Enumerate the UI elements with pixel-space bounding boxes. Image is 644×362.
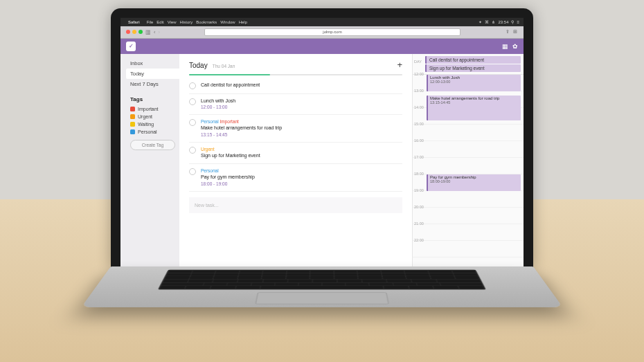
menu-item[interactable]: View: [168, 19, 177, 24]
sidebar-toggle-icon[interactable]: ▥: [145, 28, 151, 35]
calendar-hour-row: 22:00: [413, 240, 524, 257]
menu-icon[interactable]: ≡: [517, 19, 519, 24]
calendar-hour-row: 19:00: [413, 190, 524, 207]
task-time: 18:00 - 19:00: [201, 181, 402, 187]
tag-color-icon: [130, 106, 135, 111]
add-task-button[interactable]: +: [397, 59, 402, 69]
task-row[interactable]: Call dentist for appointment: [189, 78, 402, 93]
wifi-icon[interactable]: ⋔: [492, 19, 495, 24]
settings-icon[interactable]: ✿: [512, 42, 518, 49]
calendar-event[interactable]: Pay for gym membership 18:00-19:00: [427, 174, 521, 190]
laptop-keyboard: [158, 269, 486, 289]
sidebar-nav-inbox[interactable]: Inbox: [126, 57, 179, 68]
macos-menubar: Safari FileEditViewHistoryBookmarksWindo…: [120, 17, 524, 26]
task-row[interactable]: Personal Important Make hotel arrangemen…: [189, 115, 402, 143]
calendar-allday-event[interactable]: Sign up for Marketing event: [425, 64, 521, 71]
share-icon[interactable]: ⇪: [505, 29, 510, 35]
sidebar-tag-important[interactable]: Important: [126, 105, 179, 112]
task-tags: Urgent: [201, 146, 402, 152]
task-title: Make hotel arrangements for road trip: [201, 125, 402, 132]
status-icon[interactable]: ✦: [478, 19, 482, 24]
calendar-hour-row: 21:00: [413, 224, 524, 240]
hour-label: 21:00: [414, 221, 424, 225]
new-task-input[interactable]: New task...: [189, 197, 402, 213]
task-title: Pay for gym membership: [201, 174, 402, 181]
app-logo[interactable]: ✓: [126, 41, 136, 51]
tag-color-icon: [130, 121, 135, 126]
tag-color-icon: [130, 129, 135, 134]
laptop-trackpad: [256, 292, 389, 304]
browser-toolbar: ▥ ‹ › jolmp.com ⇪ ⊞: [120, 26, 524, 38]
tag-color-icon: [130, 114, 135, 118]
calendar-event-time: 18:00-19:00: [430, 179, 519, 183]
calendar-panel: DAY Call dentist for appointmentSign up …: [413, 53, 524, 266]
calendar-allday-event[interactable]: Call dentist for appointment: [425, 55, 521, 63]
menu-item[interactable]: Help: [239, 19, 247, 24]
page-date: Thu 04 Jan: [213, 63, 235, 68]
sidebar-tag-waiting[interactable]: Waiting: [126, 120, 179, 127]
menu-item[interactable]: Bookmarks: [196, 19, 217, 24]
create-tag-button[interactable]: Create Tag: [130, 139, 175, 150]
task-row[interactable]: Urgent Sign up for Marketing event: [189, 143, 402, 164]
task-checkbox[interactable]: [189, 98, 196, 105]
maximize-window-icon[interactable]: [138, 30, 143, 34]
search-icon[interactable]: ⚲: [511, 19, 514, 24]
task-time: 12:00 - 13:00: [201, 104, 402, 110]
url-bar[interactable]: jolmp.com: [204, 28, 460, 35]
tag-label: Urgent: [138, 114, 152, 118]
page-title: Today: [189, 61, 208, 69]
hour-label: 15:00: [414, 121, 424, 125]
task-checkbox[interactable]: [189, 82, 196, 89]
hour-label: 18:00: [414, 171, 424, 175]
task-title: Lunch with Josh: [201, 97, 402, 104]
sidebar-tag-urgent[interactable]: Urgent: [126, 112, 179, 120]
app-name[interactable]: Safari: [128, 19, 140, 24]
sidebar-nav-today[interactable]: Today: [126, 68, 179, 78]
hour-label: 12:00: [414, 71, 424, 75]
hour-label: 19:00: [414, 188, 424, 192]
tag-label: Waiting: [138, 121, 154, 126]
hour-label: 22:00: [414, 237, 424, 242]
task-checkbox[interactable]: [189, 119, 196, 126]
app-header: ✓ ▦ ✿: [120, 38, 524, 53]
tabs-icon[interactable]: ⊞: [512, 29, 518, 35]
minimize-window-icon[interactable]: [132, 30, 136, 34]
task-checkbox[interactable]: [189, 168, 196, 175]
back-icon[interactable]: ‹: [154, 28, 156, 35]
sidebar-nav-next-7-days[interactable]: Next 7 Days: [126, 78, 179, 89]
forward-icon[interactable]: ›: [159, 28, 161, 35]
task-title: Call dentist for appointment: [201, 81, 402, 88]
task-row[interactable]: Personal Pay for gym membership 18:00 - …: [189, 164, 402, 192]
clock[interactable]: 23:54: [498, 19, 508, 24]
hour-label: 13:00: [414, 88, 424, 92]
task-title: Sign up for Marketing event: [201, 152, 402, 159]
calendar-hour-row: 15:00: [413, 124, 524, 141]
menu-item[interactable]: History: [180, 19, 193, 24]
sidebar: InboxTodayNext 7 Days Tags Important Urg…: [120, 53, 179, 266]
hour-label: 14:00: [414, 105, 424, 109]
menu-item[interactable]: Edit: [156, 19, 163, 24]
hour-label: 16:00: [414, 138, 424, 142]
calendar-icon[interactable]: ▦: [502, 42, 508, 49]
close-window-icon[interactable]: [126, 30, 130, 34]
menu-item[interactable]: Window: [220, 19, 235, 24]
task-tags: Personal Important: [201, 118, 402, 125]
task-tags: Personal: [201, 168, 402, 174]
calendar-event[interactable]: Make hotel arrangements for road trip 13…: [427, 95, 521, 120]
tag-label: Important: [138, 106, 159, 111]
progress-bar: [189, 73, 402, 75]
task-checkbox[interactable]: [189, 147, 196, 154]
sidebar-tag-personal[interactable]: Personal: [126, 127, 179, 135]
calendar-hour-row: 17:00: [413, 157, 524, 174]
hour-label: 17:00: [414, 154, 424, 159]
calendar-event[interactable]: Lunch with Josh 12:00-13:00: [427, 74, 521, 91]
calendar-event-time: 12:00-13:00: [430, 79, 519, 83]
main-panel: Today Thu 04 Jan + Call dentist for appo…: [179, 53, 413, 266]
status-icon[interactable]: ⌘: [485, 19, 489, 24]
task-row[interactable]: Lunch with Josh 12:00 - 13:00: [189, 93, 402, 115]
calendar-hour-row: 16:00: [413, 141, 524, 157]
tag-label: Personal: [138, 129, 157, 134]
tags-heading: Tags: [130, 96, 179, 102]
calendar-hour-row: 20:00: [413, 207, 524, 224]
menu-item[interactable]: File: [147, 19, 154, 24]
